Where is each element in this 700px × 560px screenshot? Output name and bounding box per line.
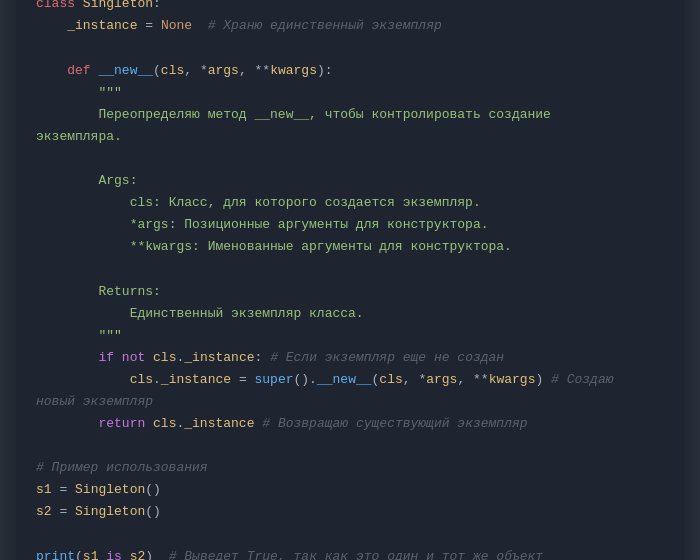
code-block: class Singleton: _instance = None # Хран…	[16, 0, 684, 560]
code-window: class Singleton: _instance = None # Хран…	[16, 0, 684, 560]
